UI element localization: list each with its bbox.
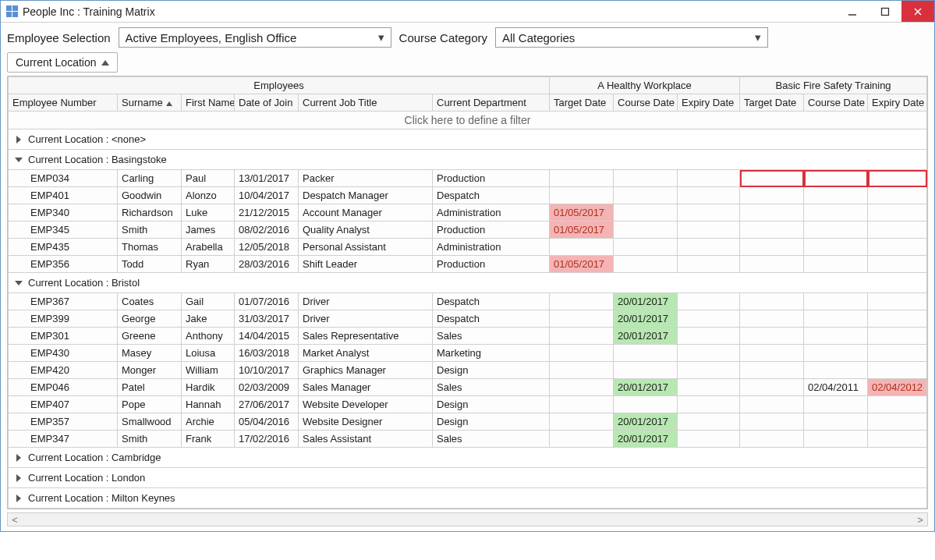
cell[interactable]: Production <box>433 222 550 239</box>
cell[interactable] <box>678 431 740 448</box>
cell[interactable] <box>678 222 740 239</box>
cell[interactable]: Hardik <box>182 379 235 396</box>
cell[interactable]: 21/12/2015 <box>235 204 299 222</box>
close-button[interactable] <box>901 1 934 22</box>
cell[interactable] <box>614 362 678 379</box>
cell[interactable]: Driver <box>299 293 433 310</box>
cell[interactable] <box>740 362 804 379</box>
cell[interactable]: Richardson <box>118 204 182 222</box>
cell[interactable]: 01/05/2017 <box>550 256 614 273</box>
cell[interactable] <box>550 328 614 345</box>
cell[interactable]: 27/06/2017 <box>235 396 299 413</box>
col-date-of-join[interactable]: Date of Join <box>235 94 299 112</box>
cell[interactable]: EMP367 <box>9 293 118 310</box>
cell[interactable] <box>804 431 868 448</box>
cell[interactable] <box>868 310 927 328</box>
cell[interactable]: EMP430 <box>9 345 118 362</box>
cell[interactable]: 31/03/2017 <box>235 310 299 328</box>
cell[interactable]: 08/02/2016 <box>235 222 299 239</box>
cell[interactable] <box>614 222 678 239</box>
cell[interactable] <box>550 187 614 204</box>
scroll-right-icon[interactable]: > <box>913 514 927 526</box>
cell[interactable]: Goodwin <box>118 187 182 204</box>
cell[interactable] <box>678 362 740 379</box>
table-row[interactable]: EMP345SmithJames08/02/2016Quality Analys… <box>9 222 927 239</box>
cell[interactable] <box>678 187 740 204</box>
cell[interactable]: Despatch Manager <box>299 187 433 204</box>
cell[interactable]: Anthony <box>182 328 235 345</box>
cell[interactable] <box>740 256 804 273</box>
expand-icon[interactable] <box>14 454 23 462</box>
cell[interactable] <box>678 328 740 345</box>
cell[interactable]: Sales <box>433 431 550 448</box>
cell[interactable] <box>678 345 740 362</box>
col-job-title[interactable]: Current Job Title <box>299 94 433 112</box>
cell[interactable]: 01/05/2017 <box>550 204 614 222</box>
col-surname[interactable]: Surname <box>118 94 182 112</box>
employee-selection-combo[interactable]: Active Employees, English Office ▾ <box>119 27 391 48</box>
group-row[interactable]: Current Location : Bristol <box>9 273 927 293</box>
col-employee-number[interactable]: Employee Number <box>9 94 118 112</box>
group-row[interactable]: Current Location : Milton Keynes <box>9 488 927 509</box>
table-row[interactable]: EMP347SmithFrank17/02/2016Sales Assistan… <box>9 431 927 448</box>
cell[interactable]: Gail <box>182 293 235 310</box>
table-row[interactable]: EMP034CarlingPaul13/01/2017PackerProduct… <box>9 170 927 187</box>
cell[interactable] <box>868 222 927 239</box>
cell[interactable]: 02/03/2009 <box>235 379 299 396</box>
cell[interactable]: Archie <box>182 413 235 431</box>
cell[interactable]: Production <box>433 256 550 273</box>
cell[interactable]: Luke <box>182 204 235 222</box>
collapse-icon[interactable] <box>14 281 23 285</box>
table-row[interactable]: EMP435ThomasArabella12/05/2018Personal A… <box>9 239 927 256</box>
group-row[interactable]: Current Location : Basingstoke <box>9 150 927 170</box>
cell[interactable] <box>804 413 868 431</box>
cell[interactable]: 01/07/2016 <box>235 293 299 310</box>
cell[interactable] <box>740 293 804 310</box>
cell[interactable] <box>614 256 678 273</box>
cell[interactable] <box>804 239 868 256</box>
cell[interactable] <box>550 239 614 256</box>
cell[interactable] <box>550 310 614 328</box>
cell[interactable]: EMP356 <box>9 256 118 273</box>
cell[interactable] <box>804 170 868 187</box>
cell[interactable]: Smith <box>118 222 182 239</box>
cell[interactable] <box>868 345 927 362</box>
minimize-button[interactable] <box>836 1 869 22</box>
cell[interactable]: Masey <box>118 345 182 362</box>
cell[interactable]: Sales Assistant <box>299 431 433 448</box>
table-row[interactable]: EMP340RichardsonLuke21/12/2015Account Ma… <box>9 204 927 222</box>
cell[interactable] <box>740 413 804 431</box>
cell[interactable] <box>868 187 927 204</box>
cell[interactable] <box>804 222 868 239</box>
cell[interactable]: Shift Leader <box>299 256 433 273</box>
cell[interactable] <box>614 170 678 187</box>
group-by-chip[interactable]: Current Location <box>7 52 118 73</box>
col-c2-target[interactable]: Target Date <box>740 94 804 112</box>
maximize-button[interactable] <box>869 1 901 22</box>
cell[interactable] <box>550 413 614 431</box>
col-department[interactable]: Current Department <box>433 94 550 112</box>
cell[interactable]: 13/01/2017 <box>235 170 299 187</box>
cell[interactable] <box>678 293 740 310</box>
cell[interactable]: 12/05/2018 <box>235 239 299 256</box>
cell[interactable]: Todd <box>118 256 182 273</box>
cell[interactable]: Smith <box>118 431 182 448</box>
cell[interactable] <box>868 293 927 310</box>
cell[interactable] <box>550 379 614 396</box>
cell[interactable]: Account Manager <box>299 204 433 222</box>
cell[interactable]: Monger <box>118 362 182 379</box>
cell[interactable]: Despatch <box>433 310 550 328</box>
cell[interactable] <box>614 204 678 222</box>
table-row[interactable]: EMP357SmallwoodArchie05/04/2016Website D… <box>9 413 927 431</box>
filter-row[interactable]: Click here to define a filter <box>9 112 927 129</box>
cell[interactable] <box>678 310 740 328</box>
cell[interactable]: EMP347 <box>9 431 118 448</box>
col-c1-course[interactable]: Course Date <box>614 94 678 112</box>
cell[interactable] <box>804 328 868 345</box>
table-row[interactable]: EMP356ToddRyan28/03/2016Shift LeaderProd… <box>9 256 927 273</box>
cell[interactable] <box>678 204 740 222</box>
cell[interactable]: Quality Analyst <box>299 222 433 239</box>
table-row[interactable]: EMP399GeorgeJake31/03/2017DriverDespatch… <box>9 310 927 328</box>
cell[interactable]: 20/01/2017 <box>614 293 678 310</box>
cell[interactable] <box>868 170 927 187</box>
